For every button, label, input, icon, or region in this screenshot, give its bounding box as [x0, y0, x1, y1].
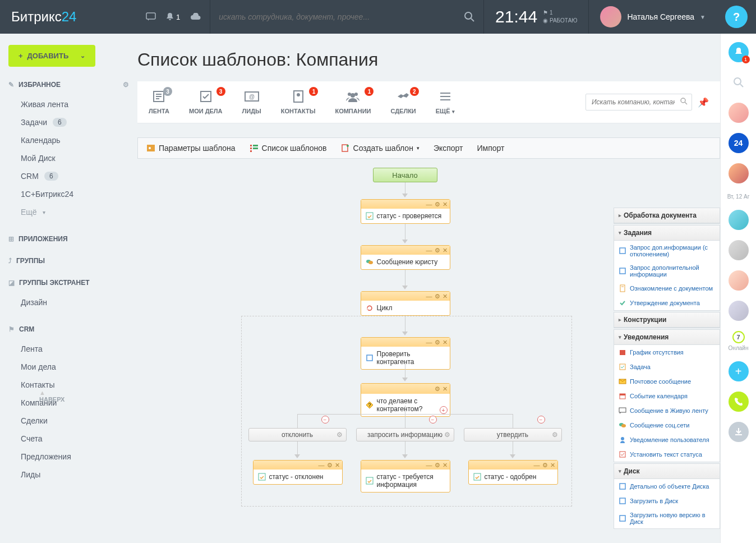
sp-item[interactable]: Утверждение документа: [614, 296, 720, 310]
contact-avatar[interactable]: [729, 301, 749, 321]
sp-item[interactable]: Сообщение в Живую ленту: [614, 403, 720, 418]
wf-box-status-info[interactable]: —⚙✕ статус - требуется информация: [361, 460, 450, 493]
gear-icon[interactable]: ⚙: [435, 339, 440, 346]
gear-icon[interactable]: ⚙: [435, 293, 440, 300]
sidebar-item-crm-feed[interactable]: Лента: [8, 340, 129, 358]
gear-icon[interactable]: ⚙: [435, 247, 440, 254]
wf-box-cycle[interactable]: —⚙✕ Цикл: [361, 291, 450, 316]
minimize-icon[interactable]: —: [319, 462, 325, 468]
sp-item[interactable]: Детально об объекте Диска: [614, 479, 720, 494]
gear-icon[interactable]: ⚙: [552, 431, 558, 439]
contact-avatar[interactable]: [729, 270, 749, 291]
gear-icon[interactable]: ⚙: [435, 201, 440, 208]
sidebar-section-favorites[interactable]: ✎ ИЗБРАННОЕ ⚙: [8, 81, 129, 89]
bell-icon[interactable]: 1: [166, 12, 180, 21]
sp-section-tasks[interactable]: ▾Задания: [614, 226, 720, 241]
sp-item[interactable]: Почтовое сообщение: [614, 374, 720, 389]
sp-section-doc-processing[interactable]: ▸Обработка документа: [614, 208, 720, 223]
close-icon[interactable]: ✕: [442, 339, 448, 346]
contact-avatar[interactable]: [729, 240, 749, 260]
close-icon[interactable]: ✕: [442, 293, 448, 300]
sidebar-section-extranet[interactable]: ◪ ГРУППЫ ЭКСТРАНЕТ: [8, 279, 129, 287]
wf-condition-node[interactable]: ⚙✕ ?что делаем с контрагентом?+: [361, 383, 450, 417]
help-button[interactable]: ?: [725, 6, 748, 28]
close-icon[interactable]: ✕: [442, 201, 448, 208]
minimize-icon[interactable]: —: [426, 462, 432, 468]
sidebar-section-groups[interactable]: ⤴ ГРУППЫ: [8, 257, 129, 265]
crm-nav-deals[interactable]: 2 СДЕЛКИ: [390, 90, 416, 114]
minimize-icon[interactable]: —: [426, 247, 432, 254]
sp-section-disk[interactable]: ▾Диск: [614, 464, 720, 479]
contact-avatar[interactable]: [729, 210, 749, 230]
toolbar-params[interactable]: Параметры шаблона: [146, 144, 236, 153]
back-to-top[interactable]: ▲НАВЕРХ: [39, 389, 64, 403]
close-icon[interactable]: ✕: [442, 247, 448, 254]
crm-nav-feed[interactable]: 3 ЛЕНТА: [149, 90, 169, 114]
wf-box-status-declined[interactable]: —⚙✕ статус - отклонен: [253, 460, 343, 485]
logo[interactable]: Битрикс24: [0, 9, 137, 25]
sidebar-item-crm-mytasks[interactable]: Мои дела: [8, 358, 129, 376]
wf-box-status-checking[interactable]: —⚙✕ статус - проверяется: [361, 199, 450, 224]
wf-choice-request[interactable]: запросить информацию⚙: [356, 428, 454, 441]
search-icon[interactable]: [464, 11, 475, 22]
sidebar-item-crm-companies[interactable]: Компании: [8, 394, 129, 412]
gear-icon[interactable]: ⚙: [435, 385, 440, 393]
cloud-icon[interactable]: [190, 13, 201, 21]
sidebar-item-crm-leads[interactable]: Лиды: [8, 466, 129, 484]
sp-item[interactable]: Запрос доп.информации (с отклонением): [614, 241, 720, 261]
sidebar-section-crm[interactable]: ⚑ CRM: [8, 325, 129, 333]
gear-icon[interactable]: ⚙: [327, 462, 333, 469]
sp-item[interactable]: Загрузить в Диск: [614, 494, 720, 508]
download-button[interactable]: [729, 422, 749, 442]
sp-item[interactable]: Уведомление пользователя: [614, 432, 720, 447]
close-icon[interactable]: ✕: [442, 462, 448, 469]
wf-box-message-lawyer[interactable]: —⚙✕ Сообщение юристу: [361, 245, 450, 270]
sidebar-item-feed[interactable]: Живая лента: [8, 95, 129, 113]
gear-icon[interactable]: ⚙: [444, 431, 450, 439]
chat-icon[interactable]: [146, 12, 156, 21]
crm-nav-leads[interactable]: @ ЛИДЫ: [242, 90, 261, 114]
remove-branch-icon[interactable]: −: [537, 416, 545, 424]
sidebar-item-crm-deals[interactable]: Сделки: [8, 412, 129, 430]
toolbar-import[interactable]: Импорт: [477, 144, 504, 153]
sidebar-item-more[interactable]: Ещё▾: [8, 203, 129, 221]
search-icon[interactable]: [680, 97, 688, 105]
remove-branch-icon[interactable]: −: [321, 416, 329, 424]
sp-section-notifications[interactable]: ▾Уведомления: [614, 330, 720, 345]
sidebar-item-design[interactable]: Дизайн: [8, 293, 129, 311]
gear-icon[interactable]: ⚙: [542, 462, 548, 469]
minimize-icon[interactable]: —: [426, 293, 432, 300]
sidebar-section-apps[interactable]: ⊞ ПРИЛОЖЕНИЯ: [8, 235, 129, 243]
crm-search-input[interactable]: [586, 94, 692, 111]
sidebar-item-disk[interactable]: Мой Диск: [8, 149, 129, 167]
crm-nav-companies[interactable]: 1 КОМПАНИИ: [335, 90, 371, 114]
close-icon[interactable]: ✕: [335, 462, 340, 469]
call-button[interactable]: [729, 392, 749, 412]
sidebar-item-crm[interactable]: CRM6: [8, 167, 129, 185]
sidebar-item-crm-invoices[interactable]: Счета: [8, 430, 129, 448]
crm-nav-contacts[interactable]: 1 КОНТАКТЫ: [281, 90, 316, 114]
sp-item[interactable]: Установить текст статуса: [614, 447, 720, 462]
close-icon[interactable]: ✕: [550, 462, 555, 469]
crm-nav-mytasks[interactable]: 3 МОИ ДЕЛА: [189, 90, 223, 114]
remove-branch-icon[interactable]: −: [429, 416, 437, 424]
gear-icon[interactable]: ⚙: [435, 462, 440, 469]
online-indicator[interactable]: 7 Онлайн: [729, 331, 749, 351]
sidebar-item-crm-contacts[interactable]: Контакты: [8, 376, 129, 394]
wf-choice-decline[interactable]: отклонить⚙: [248, 428, 347, 441]
minimize-icon[interactable]: —: [534, 462, 540, 468]
sp-item[interactable]: График отсутствия: [614, 345, 720, 360]
contact-avatar[interactable]: [729, 163, 749, 183]
time-area[interactable]: 21:44 ⚑ 1 ◉ РАБОТАЮ: [484, 7, 588, 26]
sp-item[interactable]: Задача: [614, 360, 720, 374]
sp-section-constructs[interactable]: ▸Конструкции: [614, 312, 720, 328]
sidebar-item-crm-quotes[interactable]: Предложения: [8, 448, 129, 466]
toolbar-create[interactable]: Создать шаблон ▾: [341, 144, 420, 153]
sidebar-item-calendar[interactable]: Календарь: [8, 131, 129, 149]
global-search-input[interactable]: [219, 12, 475, 21]
minimize-icon[interactable]: —: [426, 339, 432, 346]
sp-item[interactable]: Загрузить новую версию в Диск: [614, 508, 720, 528]
sidebar-item-1c[interactable]: 1С+Битрикс24: [8, 185, 129, 203]
wf-choice-approve[interactable]: утвердить⚙: [464, 428, 562, 441]
add-button[interactable]: +ДОБАВИТЬ ⌄: [8, 45, 95, 67]
